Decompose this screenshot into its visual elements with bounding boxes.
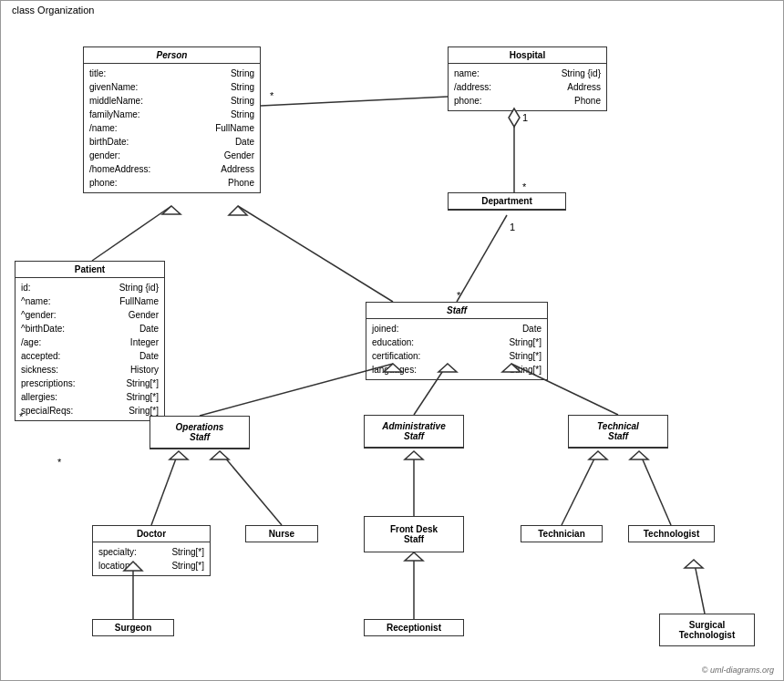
class-nurse: Nurse	[245, 525, 318, 542]
diagram-title: class Organization	[8, 5, 98, 15]
arrow-ops-nurse	[211, 451, 229, 459]
class-receptionist-name: Receptionist	[365, 620, 463, 635]
class-surgeon-name: Surgeon	[93, 620, 173, 635]
class-receptionist: Receptionist	[364, 619, 464, 636]
arrow-person-patient	[162, 206, 181, 214]
label-hospital-mult1: 1	[522, 112, 528, 123]
class-person: Person title:String givenName:String mid…	[83, 46, 261, 193]
class-person-attrs: title:String givenName:String middleName…	[84, 64, 260, 192]
line-person-hospital	[261, 97, 448, 106]
class-hospital-name: Hospital	[449, 47, 606, 64]
arrow-admin-frontdesk	[405, 451, 423, 459]
copyright: © uml-diagrams.org	[702, 666, 774, 675]
class-staff-name: Staff	[366, 303, 547, 319]
arrow-technologist-surgical	[685, 560, 703, 568]
class-front-desk-staff: Front DeskStaff	[364, 516, 464, 552]
line-ops-doctor	[151, 451, 179, 525]
class-technologist-name: Technologist	[629, 526, 714, 542]
class-patient-attrs: id:String {id} ^name:FullName ^gender:Ge…	[15, 278, 164, 420]
class-surgical-technologist: SurgicalTechnologist	[659, 614, 755, 646]
arrow-ops-doctor	[170, 451, 188, 459]
class-patient-name: Patient	[15, 262, 164, 278]
line-department-staff	[457, 215, 507, 302]
class-technologist: Technologist	[628, 525, 715, 542]
class-hospital-attrs: name:String {id} /address:Address phone:…	[449, 64, 606, 110]
class-operations-staff-name: OperationsStaff	[150, 417, 249, 449]
line-ops-nurse	[220, 451, 282, 525]
class-department-name: Department	[449, 193, 565, 210]
label-dept-staff-mult2: *	[457, 290, 461, 301]
class-nurse-name: Nurse	[246, 526, 317, 542]
class-patient: Patient id:String {id} ^name:FullName ^g…	[15, 261, 165, 421]
class-staff: Staff joined:Date education:String[*] ce…	[366, 302, 548, 380]
class-person-name: Person	[84, 47, 260, 64]
line-tech-technologist	[639, 451, 671, 525]
class-technical-staff: TechnicalStaff	[568, 415, 668, 449]
line-technologist-surgical	[694, 560, 705, 614]
class-surgeon: Surgeon	[92, 619, 174, 636]
arrow-tech-technician	[589, 451, 607, 459]
class-operations-staff: OperationsStaff	[150, 416, 250, 449]
diagram-container: class Organization Person title:String g…	[0, 0, 784, 681]
diamond-hospital	[509, 108, 520, 127]
class-technician-name: Technician	[521, 526, 602, 542]
class-doctor-attrs: specialty:String[*] locations:String[*]	[93, 542, 210, 575]
class-front-desk-staff-name: Front DeskStaff	[365, 517, 463, 552]
class-administrative-staff-name: AdministrativeStaff	[365, 416, 463, 448]
class-technical-staff-name: TechnicalStaff	[569, 416, 667, 448]
arrow-tech-technologist	[630, 451, 648, 459]
class-doctor-name: Doctor	[93, 526, 210, 542]
line-staff-ops	[200, 364, 393, 416]
label-dept-staff-mult1: 1	[510, 222, 515, 232]
label-hospital-mult2: *	[522, 181, 527, 192]
class-department: Department	[448, 192, 566, 211]
line-tech-technician	[562, 451, 598, 525]
arrow-frontdesk-receptionist	[405, 552, 423, 561]
line-person-staff	[238, 206, 393, 302]
class-staff-attrs: joined:Date education:String[*] certific…	[366, 319, 547, 379]
class-administrative-staff: AdministrativeStaff	[364, 415, 464, 449]
label-ops-mult: *	[57, 457, 62, 468]
arrow-person-staff	[229, 206, 247, 215]
line-person-patient	[92, 206, 171, 261]
class-technician: Technician	[521, 525, 603, 542]
class-surgical-technologist-name: SurgicalTechnologist	[660, 614, 754, 645]
label-person-hospital-mult: *	[270, 90, 274, 101]
class-hospital: Hospital name:String {id} /address:Addre…	[448, 46, 607, 111]
class-doctor: Doctor specialty:String[*] locations:Str…	[92, 525, 211, 576]
